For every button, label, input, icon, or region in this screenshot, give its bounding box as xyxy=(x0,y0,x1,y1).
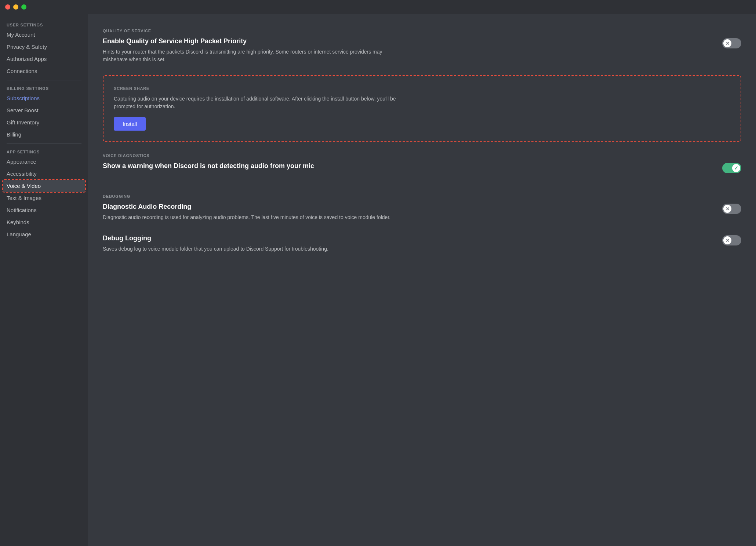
diagnostic-audio-desc: Diagnostic audio recording is used for a… xyxy=(103,214,390,221)
screenshare-box: SCREEN SHARE Capturing audio on your dev… xyxy=(103,75,741,142)
user-settings-label: USER SETTINGS xyxy=(3,20,85,29)
qos-content: Enable Quality of Service High Packet Pr… xyxy=(103,37,404,63)
sidebar-item-gift-inventory[interactable]: Gift Inventory xyxy=(3,116,85,128)
sidebar-item-billing[interactable]: Billing xyxy=(3,128,85,141)
sidebar-item-authorized-apps[interactable]: Authorized Apps xyxy=(3,53,85,65)
screenshare-section-label: SCREEN SHARE xyxy=(114,86,730,91)
qos-section-label: QUALITY OF SERVICE xyxy=(103,29,741,33)
divider-debugging xyxy=(103,185,741,185)
voice-diagnostics-section-label: VOICE DIAGNOSTICS xyxy=(103,153,741,158)
diagnostic-audio-content: Diagnostic Audio Recording Diagnostic au… xyxy=(103,203,390,221)
debugging-block: DEBUGGING Diagnostic Audio Recording Dia… xyxy=(103,194,741,253)
debug-logging-toggle-knob: ✕ xyxy=(723,236,731,244)
voice-diagnostics-toggle[interactable]: ✓ xyxy=(722,163,741,173)
sidebar-item-my-account[interactable]: My Account xyxy=(3,29,85,41)
qos-toggle[interactable]: ✕ xyxy=(722,38,741,48)
diagnostic-audio-toggle-knob: ✕ xyxy=(723,205,731,213)
qos-toggle-knob: ✕ xyxy=(723,39,731,47)
screenshare-desc: Capturing audio on your device requires … xyxy=(114,95,415,110)
sidebar-item-language[interactable]: Language xyxy=(3,228,85,240)
voice-diagnostics-check-icon: ✓ xyxy=(734,165,738,171)
diagnostic-audio-x-icon: ✕ xyxy=(726,207,730,211)
sidebar-item-text-images[interactable]: Text & Images xyxy=(3,192,85,204)
sidebar-item-privacy-safety[interactable]: Privacy & Safety xyxy=(3,41,85,53)
main-content: QUALITY OF SERVICE Enable Quality of Ser… xyxy=(88,14,756,546)
voice-diagnostics-row: Show a warning when Discord is not detec… xyxy=(103,162,741,173)
qos-toggle-x-icon: ✕ xyxy=(726,41,730,46)
divider-1 xyxy=(7,80,81,80)
qos-row: Enable Quality of Service High Packet Pr… xyxy=(103,37,741,63)
app-settings-label: APP SETTINGS xyxy=(3,147,85,156)
minimize-button[interactable] xyxy=(13,4,18,10)
sidebar-item-subscriptions[interactable]: Subscriptions xyxy=(3,92,85,104)
diagnostic-audio-toggle[interactable]: ✕ xyxy=(722,204,741,214)
debugging-section-label: DEBUGGING xyxy=(103,194,741,199)
close-button[interactable] xyxy=(5,4,10,10)
qos-block: QUALITY OF SERVICE Enable Quality of Ser… xyxy=(103,29,741,63)
debug-logging-row: Debug Logging Saves debug log to voice m… xyxy=(103,234,741,253)
voice-diagnostics-toggle-knob: ✓ xyxy=(732,164,740,172)
voice-diagnostics-block: VOICE DIAGNOSTICS Show a warning when Di… xyxy=(103,153,741,173)
debug-logging-content: Debug Logging Saves debug log to voice m… xyxy=(103,234,328,253)
sidebar-item-voice-video[interactable]: Voice & Video xyxy=(3,180,85,192)
qos-desc: Hints to your router that the packets Di… xyxy=(103,48,404,63)
sidebar-item-keybinds[interactable]: Keybinds xyxy=(3,216,85,228)
sidebar-item-appearance[interactable]: Appearance xyxy=(3,156,85,168)
billing-settings-label: BILLING SETTINGS xyxy=(3,83,85,92)
sidebar: USER SETTINGS My Account Privacy & Safet… xyxy=(0,14,88,546)
sidebar-item-notifications[interactable]: Notifications xyxy=(3,204,85,216)
voice-diagnostics-title: Show a warning when Discord is not detec… xyxy=(103,162,314,170)
debug-logging-desc: Saves debug log to voice module folder t… xyxy=(103,245,328,253)
divider-2 xyxy=(7,143,81,144)
debug-logging-toggle[interactable]: ✕ xyxy=(722,235,741,245)
debug-logging-x-icon: ✕ xyxy=(726,238,730,243)
install-button[interactable]: Install xyxy=(114,117,146,131)
sidebar-item-accessibility[interactable]: Accessibility xyxy=(3,168,85,180)
debug-logging-title: Debug Logging xyxy=(103,234,328,242)
diagnostic-audio-title: Diagnostic Audio Recording xyxy=(103,203,390,211)
sidebar-item-connections[interactable]: Connections xyxy=(3,65,85,77)
titlebar xyxy=(0,0,756,14)
sidebar-item-server-boost[interactable]: Server Boost xyxy=(3,104,85,116)
maximize-button[interactable] xyxy=(21,4,26,10)
qos-title: Enable Quality of Service High Packet Pr… xyxy=(103,37,404,45)
diagnostic-audio-row: Diagnostic Audio Recording Diagnostic au… xyxy=(103,203,741,221)
